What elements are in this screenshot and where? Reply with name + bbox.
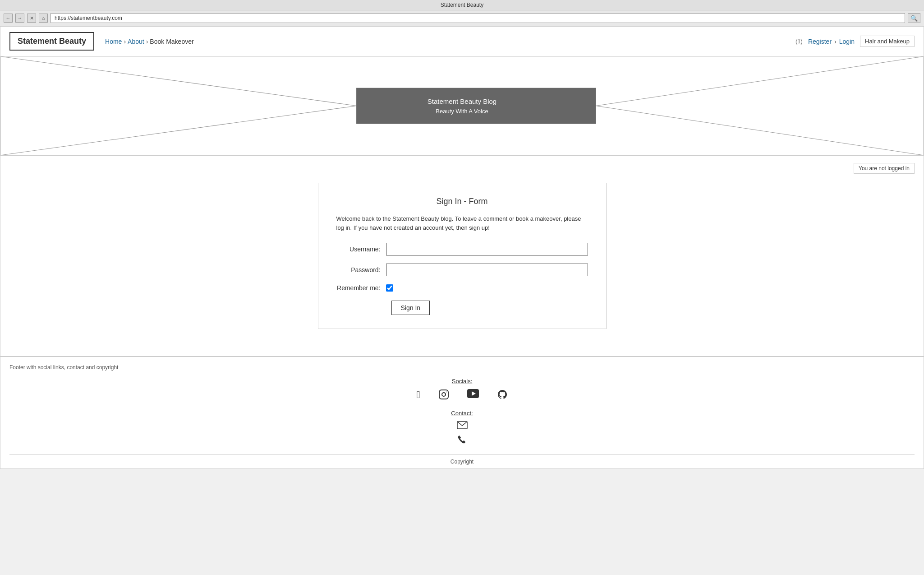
notification-count: (1) [795, 38, 803, 45]
stop-button[interactable]: ✕ [27, 14, 36, 23]
breadcrumb-current: Book Makeover [150, 38, 193, 45]
auth-sep: › [834, 38, 837, 45]
breadcrumb-home[interactable]: Home [105, 38, 122, 45]
hero-blog-subtitle: Beauty With A Voice [413, 108, 512, 115]
url-bar[interactable] [51, 13, 905, 23]
browser-chrome: ← → ✕ ⌂ 🔍 [0, 10, 924, 26]
password-label: Password: [336, 266, 386, 274]
svg-point-8 [446, 392, 446, 393]
signin-button[interactable]: Sign In [391, 301, 430, 315]
svg-point-7 [442, 393, 446, 396]
header: Statement Beauty Home › About › Book Mak… [0, 27, 924, 56]
password-row: Password: [336, 264, 588, 276]
footer-socials: Socials:  [9, 378, 915, 403]
youtube-icon[interactable] [467, 389, 479, 403]
breadcrumb-sep-1: › [124, 38, 126, 45]
forward-button[interactable]: → [15, 14, 24, 23]
home-button[interactable]: ⌂ [39, 14, 48, 23]
search-button[interactable]: 🔍 [908, 13, 920, 23]
svg-line-3 [596, 106, 924, 156]
hero-section: Statement Beauty Blog Beauty With A Voic… [0, 56, 924, 156]
username-input[interactable] [386, 243, 588, 255]
svg-line-1 [0, 106, 356, 156]
logo[interactable]: Statement Beauty [9, 32, 94, 51]
email-icon[interactable] [457, 421, 468, 431]
browser-title: Statement Beauty [441, 2, 483, 8]
register-link[interactable]: Register [808, 38, 832, 45]
login-link[interactable]: Login [839, 38, 855, 45]
svg-line-0 [0, 56, 356, 106]
phone-icon[interactable] [458, 435, 467, 447]
remember-row: Remember me: [336, 284, 588, 292]
username-row: Username: [336, 243, 588, 255]
signin-form: Sign In - Form Welcome back to the State… [318, 183, 607, 329]
hero-overlay: Statement Beauty Blog Beauty With A Voic… [386, 90, 539, 122]
remember-checkbox[interactable] [386, 284, 393, 292]
sticky-nav-badge[interactable]: Hair and Makeup [860, 36, 915, 47]
footer-contact: Contact: [9, 410, 915, 447]
page-wrapper: Statement Beauty ← → ✕ ⌂ 🔍 Statement Bea… [0, 0, 924, 469]
github-icon[interactable] [497, 389, 508, 403]
not-logged-in-badge: You are not logged in [854, 163, 915, 174]
breadcrumb: Home › About › Book Makeover [105, 38, 194, 45]
hero-blog-title: Statement Beauty Blog [413, 97, 512, 105]
remember-label: Remember me: [336, 284, 386, 292]
contact-icons-row [9, 421, 915, 447]
username-label: Username: [336, 246, 386, 253]
social-icons-row:  [9, 389, 915, 403]
svg-line-2 [596, 56, 924, 106]
main-page: Statement Beauty Home › About › Book Mak… [0, 26, 924, 469]
footer-note: Footer with social links, contact and co… [9, 364, 915, 371]
content-section: You are not logged in Sign In - Form Wel… [0, 156, 924, 357]
contact-label: Contact: [9, 410, 915, 417]
password-input[interactable] [386, 264, 588, 276]
socials-label: Socials: [9, 378, 915, 385]
signin-welcome-text: Welcome back to the Statement Beauty blo… [336, 214, 588, 232]
signin-form-title: Sign In - Form [336, 197, 588, 206]
footer-copyright: Copyright [9, 454, 915, 468]
breadcrumb-sep-2: › [146, 38, 148, 45]
facebook-icon[interactable]:  [416, 389, 420, 403]
breadcrumb-about[interactable]: About [128, 38, 144, 45]
header-right: (1) Register › Login Hair and Makeup [795, 36, 915, 47]
instagram-icon[interactable] [438, 389, 449, 403]
svg-rect-6 [439, 390, 448, 399]
back-button[interactable]: ← [4, 14, 13, 23]
browser-title-bar: Statement Beauty [0, 0, 924, 10]
auth-links: Register › Login [808, 38, 855, 45]
footer: Footer with social links, contact and co… [0, 357, 924, 468]
